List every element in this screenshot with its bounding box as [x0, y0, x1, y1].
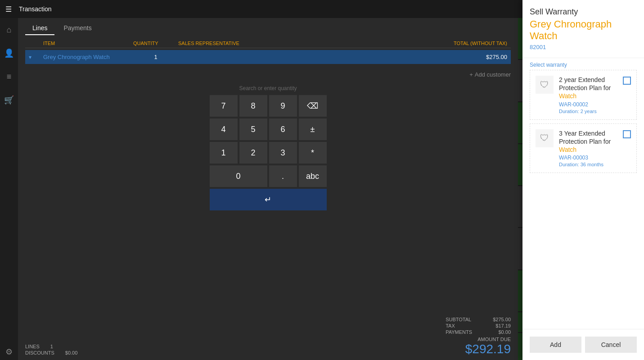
numpad-1[interactable]: 1	[210, 142, 238, 164]
subtotal-value: $275.00	[493, 317, 511, 322]
numpad-3[interactable]: 3	[269, 142, 297, 164]
warranty-name-2: 3 Year Extended Protection Plan for Watc…	[559, 129, 617, 154]
tab-payments[interactable]: Payments	[56, 22, 99, 35]
warranty-info-2: 3 Year Extended Protection Plan for Watc…	[559, 129, 617, 168]
totals-right: SUBTOTAL $275.00 TAX $17.19 PAYMENTS $0.…	[446, 317, 511, 335]
numpad-grid: 7 8 9 ⌫ 4 5 6 ± 1 2 3 * 0 . abc ↵	[210, 95, 327, 210]
col-item: ITEM	[43, 41, 133, 46]
warranty-duration-2: Duration: 36 months	[559, 162, 617, 167]
numpad-dot[interactable]: .	[269, 165, 297, 187]
warranty-checkbox-1[interactable]	[623, 77, 631, 85]
warranty-name-1: 2 year Extended Protection Plan for Watc…	[559, 76, 617, 100]
warranty-icon-2: 🛡	[536, 129, 554, 147]
numpad-enter[interactable]: ↵	[210, 189, 327, 210]
numpad-4[interactable]: 4	[210, 118, 238, 140]
nav-settings-icon[interactable]: ⚙	[1, 344, 17, 360]
discounts-label: DISCOUNTS	[25, 350, 54, 355]
overlay-header: Sell Warranty Grey Chronograph Watch 820…	[522, 0, 644, 58]
tab-lines[interactable]: Lines	[25, 22, 54, 35]
transaction-table: ITEM QUANTITY SALES REPRESENTATIVE TOTAL…	[25, 39, 511, 64]
numpad-section: Search or enter quantity 7 8 9 ⌫ 4 5 6 ±…	[25, 85, 511, 310]
app-title: Transaction	[19, 5, 52, 13]
warranty-icon-1: 🛡	[536, 76, 554, 94]
col-total: TOTAL (WITHOUT TAX)	[268, 41, 507, 46]
numpad-0[interactable]: 0	[210, 165, 267, 187]
row-quantity: 1	[133, 54, 178, 60]
numpad-2[interactable]: 2	[239, 142, 267, 164]
product-name-highlight: Chronograph	[554, 18, 612, 30]
row-item-name: Grey Chronograph Watch	[43, 54, 133, 60]
nav-cart-icon[interactable]: 🛒	[1, 92, 17, 108]
warranty-info-1: 2 year Extended Protection Plan for Watc…	[559, 76, 617, 114]
row-chevron-icon: ▾	[29, 54, 43, 60]
amount-due-value: $292.19	[446, 342, 511, 356]
numpad-5[interactable]: 5	[239, 118, 267, 140]
numpad-backspace[interactable]: ⌫	[299, 95, 327, 117]
tax-value: $17.19	[495, 323, 511, 328]
lines-label: LINES	[25, 344, 40, 349]
warranty-code-1: WAR-00002	[559, 101, 617, 108]
overlay-add-button[interactable]: Add	[530, 337, 581, 353]
warranty-list: 🛡 2 year Extended Protection Plan for Wa…	[522, 70, 644, 329]
product-name-part1: Grey	[530, 18, 554, 30]
nav-home-icon[interactable]: ⌂	[1, 22, 17, 38]
overlay-product-id: 82001	[530, 44, 637, 50]
numpad-7[interactable]: 7	[210, 95, 238, 117]
nav-menu-icon[interactable]: ≡	[1, 68, 17, 85]
col-sales-rep: SALES REPRESENTATIVE	[178, 41, 268, 46]
numpad-9[interactable]: 9	[269, 95, 297, 117]
tax-label: TAX	[446, 323, 455, 328]
warranty-item-1[interactable]: 🛡 2 year Extended Protection Plan for Wa…	[530, 70, 637, 120]
nav-users-icon[interactable]: 👤	[1, 45, 17, 61]
row-total: $275.00	[268, 54, 507, 60]
subtotal-label: SUBTOTAL	[446, 317, 471, 322]
hamburger-icon[interactable]: ☰	[5, 5, 12, 14]
numpad-abc[interactable]: abc	[299, 165, 327, 187]
numpad-8[interactable]: 8	[239, 95, 267, 117]
add-customer-button[interactable]: + Add customer	[469, 71, 511, 78]
payments-label: PAYMENTS	[446, 329, 472, 335]
add-customer-label: Add customer	[475, 71, 511, 78]
numpad-asterisk[interactable]: *	[299, 142, 327, 164]
add-customer-area: + Add customer	[18, 68, 518, 82]
overlay-title: Sell Warranty	[530, 7, 637, 17]
product-name-part2: Watch	[530, 30, 558, 41]
left-nav: ⌂ 👤 ≡ 🛒 ⚙	[0, 18, 18, 360]
overlay-product-name: Grey Chronograph Watch	[530, 18, 637, 42]
warranty-checkbox-2[interactable]	[623, 130, 631, 138]
pos-tabs: Lines Payments	[18, 18, 518, 35]
col-quantity: QUANTITY	[133, 41, 178, 46]
overlay-cancel-button[interactable]: Cancel	[585, 337, 637, 353]
payments-value: $0.00	[498, 329, 511, 335]
select-warranty-label: Select warranty	[522, 58, 644, 70]
lines-value: 1	[50, 344, 53, 349]
table-row[interactable]: ▾ Grey Chronograph Watch 1 $275.00	[25, 50, 511, 64]
numpad-6[interactable]: 6	[269, 118, 297, 140]
discounts-value: $0.00	[65, 350, 78, 355]
sell-warranty-overlay: Sell Warranty Grey Chronograph Watch 820…	[522, 0, 644, 360]
search-quantity-label: Search or enter quantity	[25, 85, 511, 91]
add-icon: +	[469, 71, 473, 78]
table-header: ITEM QUANTITY SALES REPRESENTATIVE TOTAL…	[25, 39, 511, 48]
overlay-footer: Add Cancel	[522, 329, 644, 360]
pos-area: Lines Payments ITEM QUANTITY SALES REPRE…	[18, 18, 518, 360]
warranty-code-2: WAR-00003	[559, 155, 617, 161]
numpad-plusminus[interactable]: ±	[299, 118, 327, 140]
warranty-duration-1: Duration: 2 years	[559, 109, 617, 114]
amount-due-label: AMOUNT DUE	[446, 337, 511, 342]
totals-area: LINES 1 DISCOUNTS $0.00 SUBTOTAL $275.00	[18, 313, 518, 360]
warranty-item-2[interactable]: 🛡 3 Year Extended Protection Plan for Wa…	[530, 123, 637, 173]
totals-left: LINES 1 DISCOUNTS $0.00	[25, 344, 77, 355]
